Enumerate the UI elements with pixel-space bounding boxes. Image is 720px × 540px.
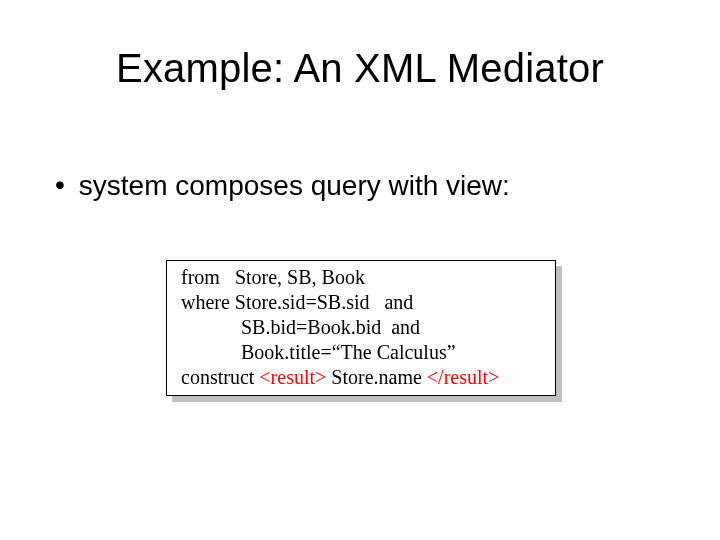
- code-line-2: where Store.sid=SB.sid and: [181, 291, 413, 313]
- slide: Example: An XML Mediator • system compos…: [0, 0, 720, 540]
- code-line-3: SB.bid=Book.bid and: [181, 316, 420, 338]
- code-line-4: Book.title=“The Calculus”: [181, 341, 456, 363]
- code-box: from Store, SB, Book where Store.sid=SB.…: [166, 260, 556, 396]
- code-tag-close: </result>: [427, 366, 500, 388]
- code-line-5c: Store.name: [326, 366, 427, 388]
- code-tag-open: <result>: [259, 366, 326, 388]
- bullet-item: • system composes query with view:: [55, 170, 510, 202]
- code-line-1: from Store, SB, Book: [181, 266, 365, 288]
- bullet-marker: •: [55, 170, 65, 200]
- slide-title: Example: An XML Mediator: [0, 46, 720, 91]
- bullet-text: system composes query with view:: [79, 170, 510, 202]
- code-line-5a: construct: [181, 366, 259, 388]
